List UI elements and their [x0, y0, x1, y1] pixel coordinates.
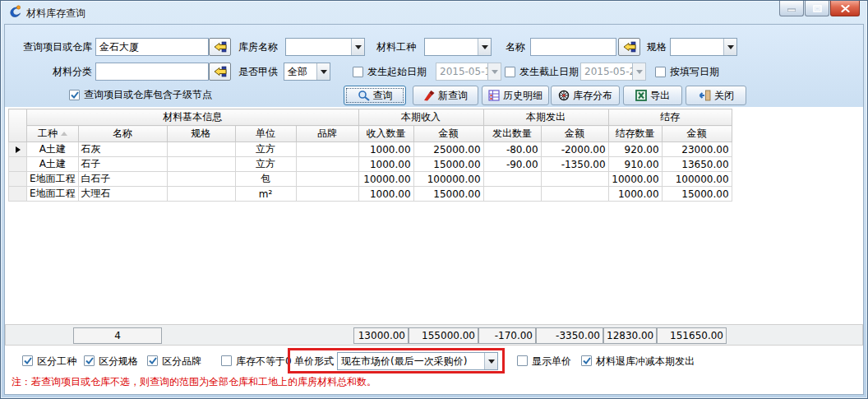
material-name-input[interactable] — [530, 38, 616, 56]
row-indicator-cell — [9, 187, 27, 202]
chevron-down-icon[interactable] — [316, 63, 330, 80]
show-unit-price-label: 显示单价 — [532, 352, 571, 370]
start-date-value: 2015-05-12 — [436, 63, 487, 80]
totals-bal-qty: 12830.00 — [603, 327, 657, 344]
stock-nonzero-checkbox[interactable] — [221, 355, 232, 366]
cell-out-amt — [541, 187, 608, 202]
cell-unit: 立方 — [235, 157, 296, 172]
export-button[interactable]: 导出 — [623, 86, 682, 105]
project-picker-button[interactable] — [209, 38, 231, 56]
col-unit[interactable]: 单位 — [235, 126, 296, 142]
col-name[interactable]: 名称 — [78, 126, 167, 142]
distinguish-brand-checkbox[interactable] — [147, 355, 158, 366]
start-date-combobox[interactable]: 2015-05-12 — [436, 63, 501, 81]
totals-row-count: 4 — [73, 327, 162, 344]
end-date-combobox[interactable]: 2015-05-27 — [580, 63, 646, 81]
price-mode-value: 现在市场价(最后一次采购价) — [338, 353, 484, 369]
worktype-combobox[interactable] — [424, 38, 492, 56]
current-row-indicator — [9, 142, 27, 157]
totals-out-amt: -3350.00 — [536, 327, 603, 344]
query-button[interactable]: 查询 — [344, 86, 406, 105]
worktype-label: 材料工种 — [376, 38, 416, 56]
close-button[interactable] — [830, 1, 860, 16]
table-icon — [488, 90, 500, 101]
cell-out-qty — [483, 172, 541, 187]
project-input[interactable] — [95, 38, 209, 56]
cell-bal-amt: 23000.00 — [662, 142, 732, 157]
spec-combobox[interactable] — [670, 38, 737, 56]
col-out-qty[interactable]: 发出数量 — [483, 126, 541, 142]
table-row[interactable]: A土建 石灰 立方 1000.00 25000.00 -80.00 -2000.… — [9, 142, 732, 157]
hand-pointer-icon — [213, 41, 227, 53]
start-date-label: 发生起始日期 — [367, 63, 427, 81]
category-input[interactable] — [95, 63, 209, 81]
end-date-checkbox[interactable] — [505, 67, 515, 77]
start-date-checkbox[interactable] — [353, 67, 363, 77]
cell-name: 白石子 — [78, 172, 167, 187]
col-spec[interactable]: 规格 — [167, 126, 235, 142]
titlebar[interactable]: 材料库存查询 — [1, 1, 867, 24]
chevron-down-icon — [487, 63, 501, 80]
totals-in-amt: 155000.00 — [409, 327, 478, 344]
new-query-button[interactable]: 新查询 — [413, 86, 478, 105]
spec-value — [671, 39, 723, 55]
group-balance: 结存 — [608, 109, 732, 126]
stock-distribution-button[interactable]: 库存分布 — [551, 86, 620, 105]
check-icon — [583, 357, 591, 364]
history-detail-button-label: 历史明细 — [503, 89, 542, 103]
minimize-button[interactable] — [779, 1, 804, 16]
cell-in-qty: 10000.00 — [358, 172, 413, 187]
supply-value: 全部 — [284, 63, 316, 80]
col-in-qty[interactable]: 收入数量 — [358, 126, 413, 142]
chevron-down-icon[interactable] — [351, 39, 364, 55]
history-detail-button[interactable]: 历史明细 — [482, 86, 549, 105]
col-worktype[interactable]: 工种 — [27, 126, 79, 142]
material-name-picker-button[interactable] — [618, 38, 640, 56]
stock-nonzero-label: 库存不等于0 — [236, 352, 292, 370]
show-unit-price-checkbox[interactable] — [517, 355, 528, 366]
cell-worktype: A土建 — [27, 142, 79, 157]
group-period-in: 本期收入 — [358, 109, 483, 126]
cell-bal-amt: 100000.00 — [662, 172, 732, 187]
table-row[interactable]: E地面工程 大理石 m² 1000.00 15000.00 1000.00 15… — [9, 187, 732, 202]
chevron-down-icon[interactable] — [723, 39, 736, 55]
cell-in-amt: 100000.00 — [413, 172, 483, 187]
return-offset-label: 材料退库冲减本期发出 — [596, 352, 695, 370]
export-button-label: 导出 — [650, 89, 670, 103]
cell-name: 石子 — [78, 157, 167, 172]
hand-pointer-icon — [213, 66, 227, 77]
cell-brand — [296, 172, 358, 187]
cell-out-amt: -2000.00 — [541, 142, 608, 157]
query-button-label: 查询 — [373, 89, 393, 103]
supply-combobox[interactable]: 全部 — [284, 63, 330, 81]
include-children-checkbox[interactable] — [69, 90, 80, 100]
window-title: 材料库存查询 — [26, 7, 85, 21]
cell-bal-qty: 910.00 — [608, 157, 662, 172]
return-offset-checkbox[interactable] — [581, 355, 592, 366]
col-out-amt[interactable]: 金额 — [541, 126, 608, 142]
stock-distribution-button-label: 库存分布 — [573, 89, 612, 103]
totals-bal-amt: 151650.00 — [657, 327, 727, 344]
include-children-label: 查询项目或仓库包含子级节点 — [84, 86, 212, 104]
chevron-down-icon[interactable] — [484, 353, 497, 369]
spec-label: 规格 — [647, 38, 667, 56]
col-bal-amt[interactable]: 金额 — [662, 126, 732, 142]
price-mode-combobox[interactable]: 现在市场价(最后一次采购价) — [337, 352, 498, 370]
col-brand[interactable]: 品牌 — [296, 126, 358, 142]
close-window-button[interactable]: 关闭 — [686, 86, 746, 105]
maximize-button[interactable] — [805, 1, 829, 16]
cell-out-qty — [483, 187, 541, 202]
chevron-down-icon[interactable] — [478, 39, 491, 55]
price-mode-label: 单价形式 — [294, 352, 334, 370]
grid-column-header-row: 工种 名称 规格 单位 品牌 收入数量 金额 发出数量 金额 结存数量 金额 — [9, 126, 732, 142]
distinguish-spec-checkbox[interactable] — [84, 355, 95, 366]
col-bal-qty[interactable]: 结存数量 — [608, 126, 662, 142]
by-fill-date-checkbox[interactable] — [655, 67, 666, 77]
distinguish-worktype-checkbox[interactable] — [22, 355, 33, 366]
warehouse-combobox[interactable] — [285, 38, 365, 56]
category-picker-button[interactable] — [209, 63, 231, 81]
cell-worktype: E地面工程 — [27, 187, 79, 202]
col-in-amt[interactable]: 金额 — [413, 126, 483, 142]
table-row[interactable]: E地面工程 白石子 包 10000.00 100000.00 10000.00 … — [9, 172, 732, 187]
table-row[interactable]: A土建 石子 立方 1000.00 15000.00 -90.00 -1350.… — [9, 157, 732, 172]
